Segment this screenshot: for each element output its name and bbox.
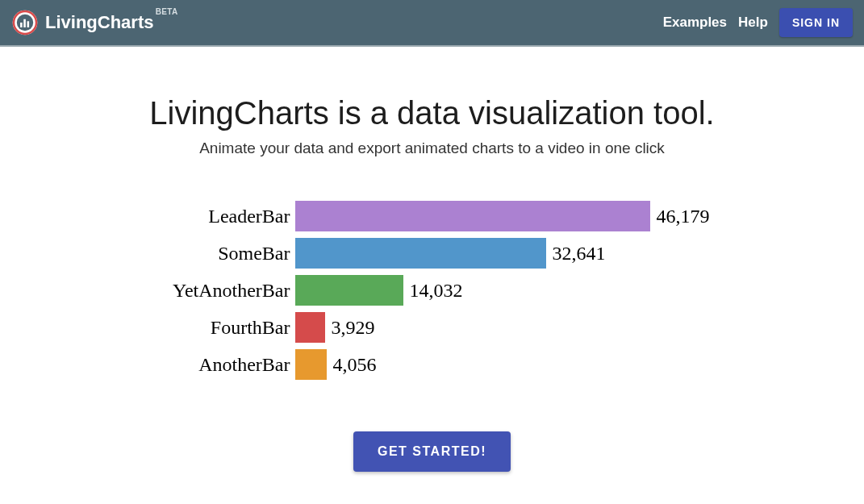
svg-rect-3 <box>20 23 23 27</box>
top-nav: Examples Help SIGN IN <box>663 8 853 37</box>
sign-in-button[interactable]: SIGN IN <box>779 8 853 37</box>
chart-value-label: 46,179 <box>650 206 710 227</box>
chart-category-label: YetAnotherBar <box>126 280 295 302</box>
brand-name: LivingCharts <box>45 12 153 33</box>
chart-value-label: 4,056 <box>327 354 377 376</box>
chart-bar <box>295 349 327 380</box>
chart-bar <box>295 238 546 269</box>
chart-bar <box>295 275 403 306</box>
main-content: LivingCharts is a data visualization too… <box>69 47 795 504</box>
chart-category-label: SomeBar <box>126 243 295 264</box>
chart-track: 32,641 <box>295 235 739 272</box>
chart-track: 14,032 <box>295 272 739 309</box>
chart-row: SomeBar32,641 <box>126 235 739 272</box>
bar-chart-logo-icon <box>11 9 39 36</box>
hero-title: LivingCharts is a data visualization too… <box>86 95 779 131</box>
chart-row: YetAnotherBar14,032 <box>126 272 739 309</box>
chart-value-label: 3,929 <box>325 317 375 339</box>
beta-badge: BETA <box>156 7 178 16</box>
demo-bar-chart: LeaderBar46,179SomeBar32,641YetAnotherBa… <box>126 198 739 383</box>
svg-rect-4 <box>23 19 26 27</box>
chart-category-label: LeaderBar <box>126 206 295 227</box>
chart-bar <box>295 312 325 343</box>
hero-subtitle: Animate your data and export animated ch… <box>86 140 779 157</box>
chart-track: 4,056 <box>295 346 739 383</box>
chart-row: FourthBar3,929 <box>126 309 739 346</box>
chart-category-label: AnotherBar <box>126 354 295 376</box>
chart-value-label: 32,641 <box>546 243 606 264</box>
svg-rect-5 <box>27 21 30 27</box>
site-header: LivingCharts BETA Examples Help SIGN IN <box>0 0 864 47</box>
nav-examples[interactable]: Examples <box>663 15 727 31</box>
nav-help[interactable]: Help <box>738 15 768 31</box>
chart-value-label: 14,032 <box>403 280 463 302</box>
brand[interactable]: LivingCharts BETA <box>11 9 153 36</box>
chart-row: LeaderBar46,179 <box>126 198 739 235</box>
chart-bar <box>295 201 650 231</box>
chart-category-label: FourthBar <box>126 317 295 339</box>
chart-track: 3,929 <box>295 309 739 346</box>
chart-track: 46,179 <box>295 198 739 235</box>
chart-row: AnotherBar4,056 <box>126 346 739 383</box>
get-started-button[interactable]: GET STARTED! <box>353 431 511 472</box>
